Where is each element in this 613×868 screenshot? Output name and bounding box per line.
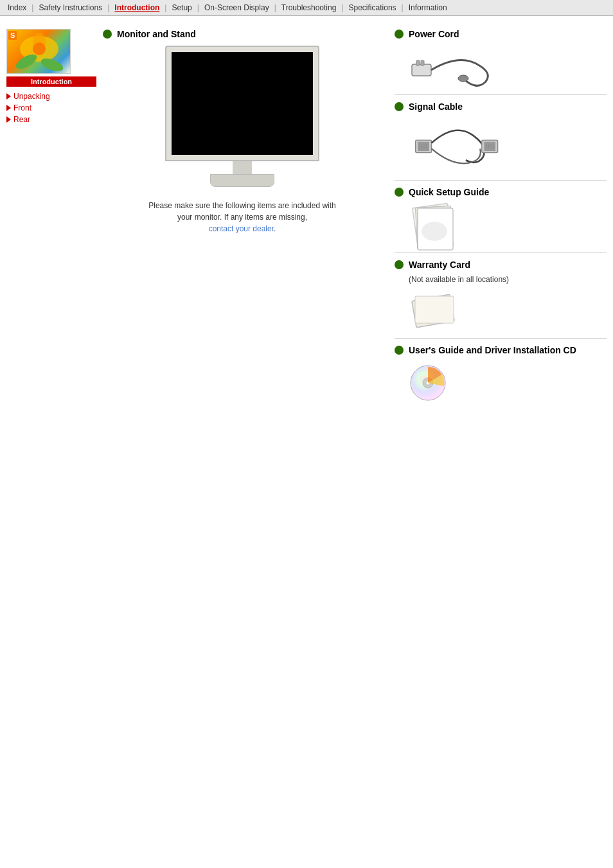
- signal-cable-image: [409, 117, 607, 175]
- cd-image: [409, 360, 607, 405]
- power-cord-section: Power Cord: [395, 29, 607, 95]
- nav-separator: |: [30, 3, 35, 12]
- sidebar-thumbnail: S: [6, 29, 71, 74]
- nav-item-safety-instructions[interactable]: Safety Instructions: [35, 2, 106, 13]
- monitor-neck: [233, 161, 252, 174]
- bullet-icon: [395, 260, 404, 269]
- monitor-body: [165, 46, 319, 161]
- quick-guide-image: [409, 202, 607, 247]
- nav-item-introduction[interactable]: Introduction: [111, 2, 163, 13]
- divider: [395, 338, 607, 339]
- power-cord-image: [409, 44, 607, 89]
- warranty-icon: [409, 285, 460, 336]
- nav-item-specifications[interactable]: Specifications: [345, 2, 400, 13]
- signal-cable-section: Signal Cable: [395, 102, 607, 181]
- divider: [395, 94, 607, 95]
- nav-separator: |: [106, 3, 111, 12]
- arrow-icon: [6, 93, 11, 100]
- sidebar-links: UnpackingFrontRear: [6, 92, 96, 124]
- nav-item-on-screen-display[interactable]: On-Screen Display: [200, 2, 273, 13]
- sidebar-item-front[interactable]: Front: [6, 103, 96, 112]
- signal-cable-title: Signal Cable: [395, 102, 607, 112]
- bullet-icon: [395, 30, 404, 39]
- guide-icon: [409, 199, 460, 251]
- svg-rect-6: [412, 64, 431, 76]
- center-column: Monitor and Stand Please make sure the f…: [103, 29, 382, 412]
- warranty-subtitle: (Not available in all locations): [409, 275, 607, 284]
- svg-rect-17: [484, 142, 495, 151]
- sidebar: S Introduction UnpackingFrontRear: [6, 29, 96, 412]
- power-cord-icon: [409, 46, 499, 88]
- sidebar-link-label: Rear: [13, 115, 30, 124]
- arrow-icon: [6, 116, 11, 123]
- bullet-icon: [395, 188, 404, 197]
- monitor-section-title: Monitor and Stand: [103, 29, 196, 39]
- sidebar-link-label: Unpacking: [13, 92, 50, 101]
- nav-separator: |: [340, 3, 344, 12]
- svg-point-25: [422, 222, 447, 241]
- nav-separator: |: [163, 3, 168, 12]
- warranty-title: Warranty Card: [395, 260, 607, 270]
- sidebar-item-rear[interactable]: Rear: [6, 115, 96, 124]
- main-content: S Introduction UnpackingFrontRear Monito…: [0, 16, 613, 418]
- caption-text: Please make sure the following items are…: [146, 200, 339, 235]
- nav-item-information[interactable]: Information: [405, 2, 451, 13]
- navbar: Index|Safety Instructions|Introduction|S…: [0, 0, 613, 16]
- nav-item-index[interactable]: Index: [4, 2, 30, 13]
- svg-point-3: [33, 42, 46, 55]
- content-area: Monitor and Stand Please make sure the f…: [103, 29, 607, 412]
- cd-title: User's Guide and Driver Installation CD: [395, 345, 607, 355]
- warranty-section: Warranty Card (Not available in all loca…: [395, 260, 607, 339]
- svg-rect-7: [416, 60, 420, 66]
- power-cord-title: Power Cord: [395, 29, 607, 39]
- monitor-illustration: [159, 46, 326, 187]
- sidebar-link-label: Front: [13, 103, 31, 112]
- bullet-icon: [103, 30, 112, 39]
- cd-section: User's Guide and Driver Installation CD: [395, 345, 607, 405]
- divider: [395, 252, 607, 253]
- svg-point-9: [458, 75, 468, 82]
- nav-separator: |: [196, 3, 200, 12]
- contact-dealer-link[interactable]: contact your dealer: [209, 224, 274, 233]
- intro-label: Introduction: [6, 76, 96, 87]
- warranty-image: [409, 288, 607, 333]
- monitor-screen: [172, 52, 313, 155]
- svg-rect-8: [421, 60, 424, 66]
- divider: [395, 180, 607, 181]
- arrow-icon: [6, 105, 11, 111]
- cd-icon: [409, 364, 447, 402]
- sidebar-item-unpacking[interactable]: Unpacking: [6, 92, 96, 101]
- bullet-icon: [395, 102, 404, 111]
- svg-rect-27: [415, 296, 454, 323]
- nav-item-troubleshooting[interactable]: Troubleshooting: [278, 2, 341, 13]
- quick-guide-title: Quick Setup Guide: [395, 187, 607, 197]
- nav-item-setup[interactable]: Setup: [168, 2, 195, 13]
- bullet-icon: [395, 346, 404, 355]
- right-column: Power Cord: [395, 29, 607, 412]
- monitor-base: [210, 174, 274, 187]
- sidebar-flower-icon: [7, 30, 71, 74]
- signal-cable-icon: [409, 120, 511, 172]
- quick-guide-section: Quick Setup Guide: [395, 187, 607, 253]
- nav-separator: |: [400, 3, 405, 12]
- nav-separator: |: [273, 3, 278, 12]
